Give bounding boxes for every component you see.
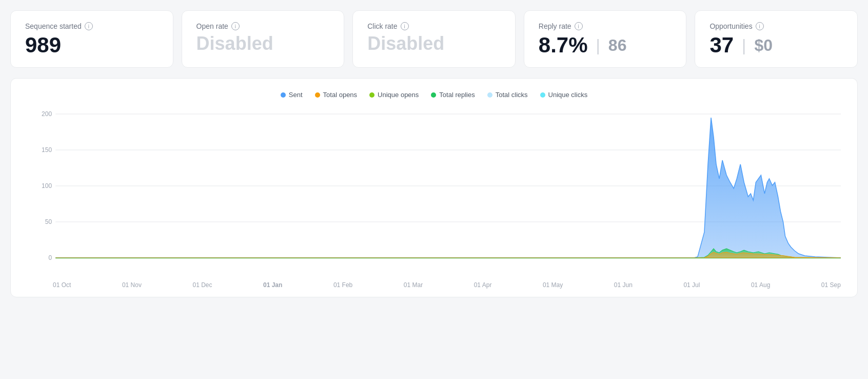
stat-label-reply-rate: Reply ratei (539, 22, 672, 30)
info-icon-open-rate[interactable]: i (231, 22, 240, 30)
x-axis-label: 01 Feb (333, 281, 352, 289)
stat-value-row-opportunities: 37|$0 (709, 34, 843, 56)
legend-label-total-clicks: Total clicks (496, 91, 528, 99)
svg-text:150: 150 (42, 146, 52, 154)
legend-item-total-clicks: Total clicks (487, 91, 528, 99)
stat-value-opportunities: 37 (709, 34, 734, 56)
svg-text:50: 50 (45, 218, 52, 225)
legend-item-total-replies: Total replies (431, 91, 475, 99)
x-axis-label: 01 Nov (122, 281, 142, 289)
x-axis-label: 01 Jun (614, 281, 633, 289)
info-icon-sequence-started[interactable]: i (85, 22, 93, 30)
legend-dot-sent (281, 92, 286, 98)
legend-dot-total-replies (431, 92, 436, 98)
legend-item-sent: Sent (281, 91, 303, 99)
legend-dot-unique-opens (369, 92, 374, 98)
stat-card-opportunities: Opportunitiesi37|$0 (695, 10, 858, 68)
stat-card-reply-rate: Reply ratei8.7%|86 (524, 10, 687, 68)
stat-label-opportunities: Opportunitiesi (709, 22, 843, 30)
stat-secondary-reply-rate: 86 (608, 36, 627, 55)
legend-label-total-opens: Total opens (323, 91, 358, 99)
stat-label-click-rate: Click ratei (367, 22, 501, 30)
stat-label-open-rate: Open ratei (196, 22, 330, 30)
x-axis-label: 01 Jan (263, 281, 282, 289)
svg-text:200: 200 (42, 110, 52, 118)
stat-label-text-open-rate: Open rate (196, 22, 228, 30)
stat-label-text-reply-rate: Reply rate (539, 22, 571, 30)
stat-value-row-sequence-started: 989 (25, 34, 159, 56)
legend-dot-unique-clicks (540, 92, 545, 98)
chart-svg: 200 150 100 50 0 (27, 109, 841, 278)
stat-secondary-opportunities: $0 (754, 36, 773, 55)
stat-value-reply-rate: 8.7% (539, 34, 588, 56)
stat-divider-reply-rate: | (596, 36, 600, 55)
svg-text:0: 0 (48, 254, 52, 261)
legend-dot-total-clicks (487, 92, 492, 98)
stat-label-sequence-started: Sequence startedi (25, 22, 159, 30)
stat-value-click-rate: Disabled (367, 34, 444, 53)
stat-value-sequence-started: 989 (25, 34, 61, 56)
chart-card: SentTotal opensUnique opensTotal replies… (10, 78, 858, 297)
stat-label-text-opportunities: Opportunities (709, 22, 752, 30)
x-axis-label: 01 Sep (821, 281, 841, 289)
x-axis-label: 01 Oct (53, 281, 71, 289)
stat-card-open-rate: Open rateiDisabled (182, 10, 345, 68)
svg-text:100: 100 (42, 182, 52, 190)
x-axis-labels: 01 Oct01 Nov01 Dec01 Jan01 Feb01 Mar01 A… (27, 278, 841, 289)
legend-dot-total-opens (315, 92, 320, 98)
legend-item-unique-clicks: Unique clicks (540, 91, 588, 99)
x-axis-label: 01 Apr (474, 281, 492, 289)
info-icon-reply-rate[interactable]: i (575, 22, 583, 30)
legend-label-unique-opens: Unique opens (378, 91, 419, 99)
x-axis-label: 01 Mar (404, 281, 423, 289)
stat-card-click-rate: Click rateiDisabled (352, 10, 516, 68)
stats-row: Sequence startedi989Open rateiDisabledCl… (10, 10, 858, 68)
legend-label-sent: Sent (289, 91, 303, 99)
legend-item-total-opens: Total opens (315, 91, 358, 99)
chart-area: 200 150 100 50 0 (27, 109, 841, 278)
stat-value-row-reply-rate: 8.7%|86 (539, 34, 672, 56)
stat-divider-opportunities: | (742, 36, 746, 55)
x-axis-label: 01 May (543, 281, 563, 289)
stat-label-text-sequence-started: Sequence started (25, 22, 82, 30)
info-icon-click-rate[interactable]: i (401, 22, 409, 30)
info-icon-opportunities[interactable]: i (756, 22, 764, 30)
stat-value-row-click-rate: Disabled (367, 34, 501, 53)
x-axis-label: 01 Jul (683, 281, 700, 289)
stat-value-open-rate: Disabled (196, 34, 273, 53)
chart-legend: SentTotal opensUnique opensTotal replies… (27, 91, 841, 99)
stat-label-text-click-rate: Click rate (367, 22, 397, 30)
legend-label-unique-clicks: Unique clicks (548, 91, 588, 99)
x-axis-label: 01 Dec (192, 281, 212, 289)
legend-item-unique-opens: Unique opens (369, 91, 419, 99)
stat-card-sequence-started: Sequence startedi989 (10, 10, 173, 68)
legend-label-total-replies: Total replies (439, 91, 475, 99)
stat-value-row-open-rate: Disabled (196, 34, 330, 53)
x-axis-label: 01 Aug (751, 281, 770, 289)
